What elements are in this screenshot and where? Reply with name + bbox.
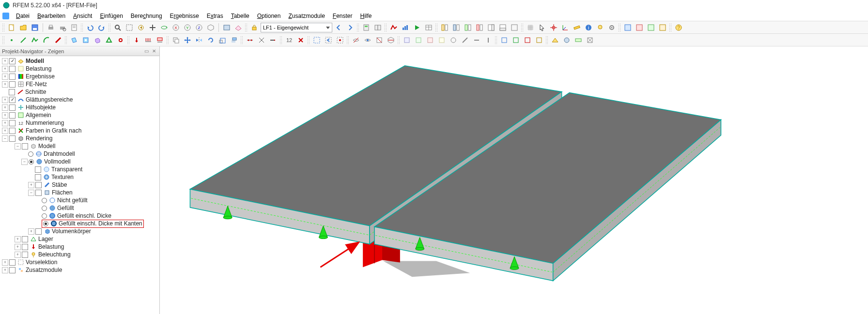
delete-icon[interactable]	[295, 35, 306, 45]
tree-allgemein[interactable]: +Allgemein	[0, 111, 159, 119]
hide-icon[interactable]	[351, 35, 361, 45]
load-node-icon[interactable]	[131, 35, 142, 45]
close-icon[interactable]: ✕	[151, 48, 157, 55]
lock-icon[interactable]	[249, 22, 260, 33]
rotate-obj-icon[interactable]	[205, 35, 216, 45]
node-icon[interactable]	[6, 35, 17, 45]
menu-fenster[interactable]: Fenster	[329, 12, 356, 20]
mod4-icon[interactable]	[657, 22, 668, 33]
tree-rend-modell[interactable]: −Modell	[0, 142, 159, 150]
hinge-icon[interactable]	[115, 35, 126, 45]
tree-fenetz[interactable]: +FE-Netz	[0, 80, 159, 88]
tree-lager[interactable]: +Lager	[0, 235, 159, 243]
light-icon[interactable]	[595, 22, 605, 33]
view-x-icon[interactable]: X	[170, 22, 181, 33]
mod2-icon[interactable]	[634, 22, 645, 33]
menu-datei[interactable]: Datei	[13, 12, 33, 20]
menu-tabelle[interactable]: Tabelle	[228, 12, 253, 20]
tree-belastung[interactable]: +Belastung	[0, 65, 159, 73]
extend-icon[interactable]	[268, 35, 279, 45]
iso-icon[interactable]	[205, 22, 216, 33]
tree-nummerierung[interactable]: +12Nummerierung	[0, 119, 159, 127]
mod1-icon[interactable]	[622, 22, 633, 33]
tables-icon[interactable]	[497, 22, 508, 33]
load-line-icon[interactable]	[143, 35, 154, 45]
report-icon[interactable]	[69, 22, 79, 33]
tree-rend-belastung[interactable]: +Belastung	[0, 243, 159, 251]
nav-data-icon[interactable]	[439, 22, 450, 33]
tree-farben[interactable]: +Farben in Grafik nach	[0, 127, 159, 135]
solid-icon[interactable]	[92, 35, 103, 45]
tree-nicht-gefuellt[interactable]: Nicht gefüllt	[0, 196, 159, 204]
animation-icon[interactable]	[412, 22, 422, 33]
view-y-icon[interactable]: Y	[182, 22, 193, 33]
pan-icon[interactable]	[147, 22, 158, 33]
settings-icon[interactable]	[606, 22, 617, 33]
tool-m-icon[interactable]	[550, 35, 560, 45]
tool-a-icon[interactable]	[402, 35, 412, 45]
tool-k-icon[interactable]	[522, 35, 533, 45]
tree-hilfsobjekte[interactable]: +Hilfsobjekte	[0, 104, 159, 111]
tree-ergebnisse[interactable]: +Ergebnisse	[0, 73, 159, 80]
print-icon[interactable]	[46, 22, 56, 33]
fullscreen-icon[interactable]	[509, 22, 520, 33]
view-z-icon[interactable]: Z	[194, 22, 204, 33]
tool-d-icon[interactable]	[436, 35, 447, 45]
sel-all-icon[interactable]	[311, 35, 322, 45]
snap-icon[interactable]	[548, 22, 559, 33]
divide-icon[interactable]	[245, 35, 255, 45]
opening-icon[interactable]	[80, 35, 91, 45]
sel-special-icon[interactable]	[335, 35, 345, 45]
menu-zusatzmodule[interactable]: Zusatzmodule	[285, 12, 328, 20]
table-icon[interactable]	[423, 22, 434, 33]
nav-display-icon[interactable]	[451, 22, 462, 33]
menu-bearbeiten[interactable]: Bearbeiten	[34, 12, 69, 20]
loadcase-select[interactable]: LF1 - Eigengewicht	[261, 23, 332, 32]
tree-glaettung[interactable]: +Glättungsbereiche	[0, 96, 159, 104]
model-viewport[interactable]	[160, 46, 868, 314]
new-icon[interactable]	[6, 22, 17, 33]
grid-icon[interactable]	[525, 22, 536, 33]
extrude-icon[interactable]	[229, 35, 239, 45]
zoom-prev-icon[interactable]	[136, 22, 146, 33]
tool-e-icon[interactable]	[448, 35, 459, 45]
tree-flaechen[interactable]: −Flächen	[0, 189, 159, 196]
nav-results-icon[interactable]	[474, 22, 485, 33]
line-icon[interactable]	[18, 35, 29, 45]
measure-icon[interactable]	[572, 22, 582, 33]
menu-extras[interactable]: Extras	[203, 12, 227, 20]
results-icon[interactable]	[388, 22, 399, 33]
copy-icon[interactable]	[170, 35, 181, 45]
print-preview-icon[interactable]	[57, 22, 68, 33]
visibility-icon[interactable]	[374, 35, 385, 45]
tree-staebe[interactable]: +Stäbe	[0, 181, 159, 189]
menu-einfuegen[interactable]: Einfügen	[96, 12, 126, 20]
rotate-icon[interactable]	[159, 22, 170, 33]
tree-vorselektion[interactable]: +Vorselektion	[0, 258, 159, 266]
tool-j-icon[interactable]	[511, 35, 521, 45]
panel-header[interactable]: Projekt-Navigator - Zeigen ▭ ✕	[0, 46, 159, 56]
tree-zusatzmodule[interactable]: +Zusatzmodule	[0, 266, 159, 274]
number-icon[interactable]: 12	[284, 35, 294, 45]
mirror-icon[interactable]	[194, 35, 204, 45]
tree-rendering[interactable]: −Rendering	[0, 135, 159, 142]
tool-l-icon[interactable]	[534, 35, 544, 45]
show-icon[interactable]	[362, 35, 373, 45]
clip-icon[interactable]	[386, 35, 396, 45]
calc-all-icon[interactable]	[372, 22, 383, 33]
scale-icon[interactable]	[217, 35, 228, 45]
cs-icon[interactable]	[560, 22, 571, 33]
app-menu-icon[interactable]	[2, 12, 10, 20]
calc-icon[interactable]	[361, 22, 372, 33]
tool-p-icon[interactable]	[585, 35, 595, 45]
tree-gefuellt-dicke-kanten[interactable]: Gefüllt einschl. Dicke mit Kanten	[0, 220, 159, 227]
tree-drahtmodell[interactable]: Drahtmodell	[0, 150, 159, 158]
save-view-icon[interactable]	[221, 22, 232, 33]
arc-icon[interactable]	[41, 35, 52, 45]
surface-icon[interactable]	[69, 35, 79, 45]
move-icon[interactable]	[182, 35, 193, 45]
zoom-window-icon[interactable]	[124, 22, 135, 33]
tree-transparent[interactable]: Transparent	[0, 165, 159, 173]
zoom-fit-icon[interactable]	[112, 22, 123, 33]
tree-volumenkoerper[interactable]: +Volumenkörper	[0, 227, 159, 235]
